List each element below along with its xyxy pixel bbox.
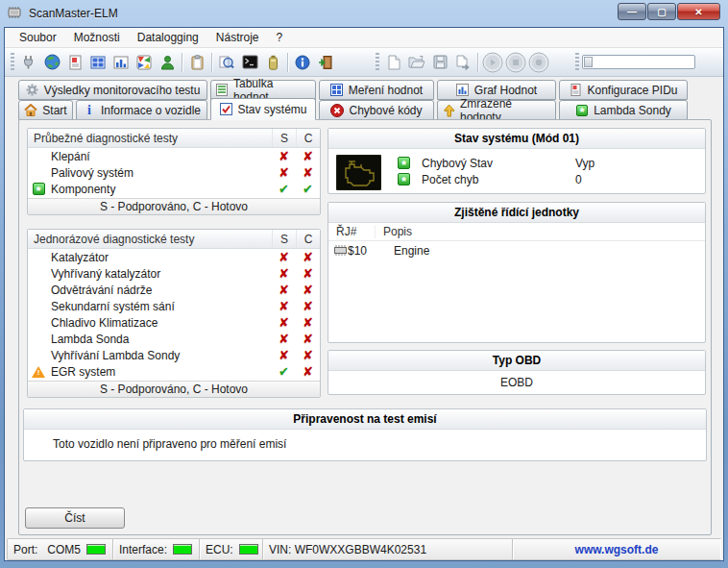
app-chip-icon: [8, 6, 23, 19]
test-row[interactable]: Vyhřívaný katalyzátor ✘ ✘: [28, 265, 320, 282]
toolbar-separator: [211, 53, 212, 72]
continuous-tests-header: Průbežné diagnostické testy S C: [28, 129, 320, 148]
test-row[interactable]: Klepání ✘ ✘: [28, 148, 320, 164]
warning-icon: !: [32, 366, 45, 378]
tab-zmrazene-hodnoty[interactable]: Zmrazené hodnoty: [437, 100, 556, 120]
supported-mark: ✘: [272, 348, 296, 362]
tab-chybove-kody[interactable]: Chybové kódy: [319, 100, 434, 120]
pid-document-icon[interactable]: [63, 52, 86, 73]
globe-icon[interactable]: [40, 52, 63, 73]
tab-informace-o-vozidle[interactable]: i Informace o vozidle: [76, 100, 207, 120]
freeze-frame-icon: [442, 104, 455, 117]
save-icon[interactable]: [428, 52, 451, 73]
connect-icon[interactable]: [17, 52, 40, 73]
interface-led: [173, 544, 192, 555]
table-icon: [215, 84, 229, 97]
info-i-icon: i: [83, 104, 96, 117]
info-icon[interactable]: [291, 52, 314, 73]
tab-konfigurace-pidu[interactable]: Konfigurace PIDu: [559, 80, 688, 100]
export-icon[interactable]: [451, 52, 474, 73]
supported-mark: ✘: [272, 266, 296, 281]
checkbox-icon: [219, 103, 232, 116]
new-file-icon[interactable]: [382, 52, 405, 73]
tab-row-top: Výsledky monitorovacího testu Tabulka ho…: [18, 80, 688, 100]
menu-help[interactable]: ?: [267, 29, 291, 46]
green-asterisk-icon: *: [398, 157, 410, 169]
open-file-icon[interactable]: [405, 52, 428, 73]
test-row[interactable]: Palivový systém ✘ ✘: [28, 164, 320, 181]
test-row[interactable]: Chladivo Klimatizace ✘ ✘: [28, 314, 320, 331]
ecu-row[interactable]: $10 Engine: [328, 241, 705, 259]
client-area: Soubor Možnosti Datalogging Nástroje ?: [4, 27, 724, 561]
tab-start[interactable]: Start: [18, 100, 73, 120]
green-asterisk-icon: *: [33, 183, 45, 195]
toolbar-separator: [182, 53, 182, 72]
test-row[interactable]: Katalyzátor ✘ ✘: [28, 249, 320, 265]
port-value: COM5: [47, 543, 81, 556]
lambda-icon: *: [575, 104, 589, 117]
play-icon[interactable]: [481, 52, 504, 73]
grid-icon: [330, 84, 344, 97]
column-s: S: [272, 230, 296, 248]
window-title: ScanMaster-ELM: [29, 7, 118, 20]
menu-datalogging[interactable]: Datalogging: [129, 29, 207, 46]
complete-mark: ✘: [296, 348, 320, 362]
obd-type-value: EOBD: [328, 371, 705, 394]
port-led: [86, 544, 106, 555]
vin-value: VIN: WF0WXXGBBW4K02531: [269, 543, 426, 556]
menu-moznosti[interactable]: Možnosti: [65, 29, 129, 46]
status-row: * Chybový Stav Vyp: [398, 155, 699, 171]
app-window: ScanMaster-ELM — ▢ ✕ Soubor Možnosti Dat…: [0, 0, 728, 568]
status-link-section: www.wgsoft.de: [513, 539, 720, 559]
tab-mereni-hodnot[interactable]: Meření hodnot: [319, 80, 434, 100]
home-icon: [24, 104, 37, 117]
tab-tabulka-hodnot[interactable]: Tabulka hodnot: [210, 80, 316, 100]
minimize-button[interactable]: —: [618, 3, 646, 20]
exit-icon[interactable]: [314, 52, 337, 73]
menu-nastroje[interactable]: Nástroje: [207, 29, 268, 46]
search-icon[interactable]: [215, 52, 238, 73]
bar-graph-icon[interactable]: [109, 52, 133, 73]
title-bar[interactable]: ScanMaster-ELM — ▢ ✕: [0, 0, 728, 27]
ecu-panel: Zjištěné řídící jednotky ŘJ# Popis $10 E…: [328, 202, 706, 343]
column-rj: ŘJ#: [328, 225, 375, 238]
test-row[interactable]: Odvětrávání nádrže ✘ ✘: [28, 282, 320, 298]
wgsoft-link[interactable]: www.wgsoft.de: [575, 543, 659, 556]
legend-footer: S - Podporováno, C - Hotovo: [28, 198, 320, 214]
tab-row-bottom: Start i Informace o vozidle Stav systému…: [18, 100, 688, 120]
column-popis: Popis: [375, 225, 705, 238]
stop-icon[interactable]: [504, 52, 527, 73]
record-icon[interactable]: [527, 52, 550, 73]
toolbar-separator: [477, 53, 478, 72]
terminal-icon[interactable]: [238, 52, 261, 73]
clipboard-icon[interactable]: [185, 52, 208, 73]
menu-soubor[interactable]: Soubor: [11, 29, 65, 46]
maximize-button[interactable]: ▢: [647, 3, 676, 20]
tab-stav-systemu[interactable]: Stav systému: [210, 98, 316, 120]
test-row[interactable]: Sekundarní systém sání ✘ ✘: [28, 298, 320, 314]
values-grid-icon[interactable]: [86, 52, 109, 73]
toolbar-grip: [575, 53, 579, 72]
close-button[interactable]: ✕: [677, 3, 720, 20]
readiness-header: Připravenost na test emisí: [24, 409, 706, 430]
system-status-panel: Stav systému (Mód 01) * Chybový Stav Vyp…: [328, 128, 706, 194]
supported-mark: ✘: [272, 315, 296, 330]
legend-footer: S - Podporováno, C - Hotovo: [28, 381, 320, 397]
test-row[interactable]: Vyhřívání Lambda Sondy ✘ ✘: [28, 347, 320, 363]
battery-icon[interactable]: [261, 52, 284, 73]
user-icon[interactable]: [156, 52, 179, 73]
readiness-text: Toto vozidlo není připraveno pro měření …: [24, 430, 706, 451]
error-icon: [330, 104, 344, 117]
test-row[interactable]: Lambda Sonda ✘ ✘: [28, 331, 320, 347]
test-row[interactable]: ! EGR system ✔ ✘: [28, 363, 320, 380]
dashboard-icon[interactable]: [133, 52, 156, 73]
test-row[interactable]: * Komponenty ✔ ✔: [28, 181, 320, 197]
status-value: Vyp: [575, 157, 595, 170]
tab-vysledky-monitorovaciho-testu[interactable]: Výsledky monitorovacího testu: [18, 80, 207, 100]
status-port-section: Port: COM5: [8, 539, 113, 559]
tab-lambda-sondy[interactable]: * Lambda Sondy: [559, 100, 688, 120]
complete-mark: ✘: [296, 283, 320, 297]
status-bar: Port: COM5 Interface: ECU: VIN: WF0WXXGB…: [7, 538, 721, 560]
column-c: C: [296, 230, 320, 248]
read-button[interactable]: Číst: [25, 507, 125, 529]
